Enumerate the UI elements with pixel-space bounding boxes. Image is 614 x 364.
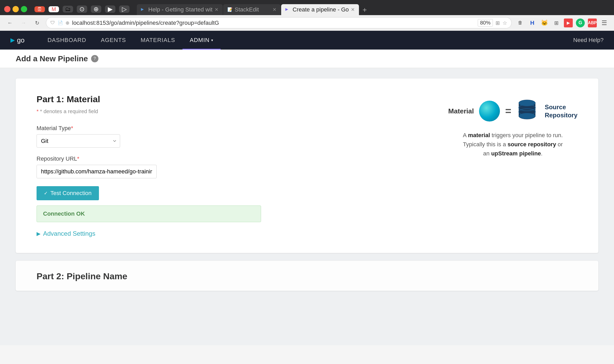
page-title: Add a New Pipeline [16,54,88,63]
nav-materials[interactable]: MATERIALS [133,31,182,50]
browser-chrome: 🗓 M 🗂 ⊙ ⊕ ▶ ▷ ▶ Help - Getting Started w… [0,0,614,31]
page-help-icon[interactable]: ? [91,55,98,62]
repo-url-group: Repository URL* [37,155,433,178]
repo-url-label: Repository URL* [37,155,433,162]
nav-agents[interactable]: AGENTS [93,31,133,50]
extension-cat-icon[interactable]: 🐱 [540,19,549,27]
help-tab-label: Help - Getting Started wit [148,6,212,13]
github2-icon[interactable]: ⊕ [91,5,101,13]
database-icon [517,99,538,123]
stackedit-tab-label: StackEdit [235,6,270,13]
grid-icon: ⊞ [495,20,500,26]
nav-admin-label: ADMIN [190,37,210,44]
card-info-panel: Material = Source [448,94,577,158]
browser-toolbar-icons: 🗓 M 🗂 ⊙ ⊕ ▶ ▷ [34,5,129,13]
help-tab-favicon: ▶ [141,7,146,12]
page-content: Part 1: Material * * denotes a required … [0,68,614,345]
reload-button[interactable]: ↻ [32,18,42,28]
source-repository-label: Source Repository [545,103,577,119]
play-icon[interactable]: ▶ [105,5,115,13]
nav-dashboard[interactable]: DASHBOARD [40,31,93,50]
page-header: Add a New Pipeline ? [0,50,614,68]
forward-button[interactable]: → [19,18,28,28]
material-type-label-text: Material Type [37,125,71,131]
grammarly-icon[interactable]: G [576,19,585,27]
material-type-label: Material Type* [37,125,433,132]
info-diagram: Material = Source [448,99,577,123]
tab-create-pipeline[interactable]: ▶ Create a pipeline - Go ✕ [281,4,359,15]
extension-h-icon[interactable]: H [528,19,537,27]
test-connection-label: Test Connection [50,190,92,197]
calendar-icon[interactable]: 🗂 [63,6,73,13]
page-icon: 📄 [58,20,63,25]
equals-sign: = [505,105,511,117]
gmail-icon[interactable]: M [49,6,59,12]
close-button[interactable] [4,6,10,12]
address-text: localhost:8153/go/admin/pipelines/create… [72,20,475,26]
nav-admin[interactable]: ADMIN ▾ [182,31,221,50]
material-type-select[interactable]: Git Subversion Mercurial Perforce TFS De… [37,134,120,148]
menu-icon[interactable]: ☰ [600,19,609,27]
material-type-required: * [71,125,73,131]
repo-url-label-text: Repository URL [37,155,77,162]
material-bold: material [468,132,490,138]
address-bar[interactable]: 🛡 📄 ⊕ localhost:8153/go/admin/pipelines/… [46,17,512,28]
part1-heading: Part 1: Material [37,94,433,104]
info-description: A material triggers your pipeline to run… [448,131,577,158]
check-icon: ✓ [44,190,48,196]
todo-app-icon[interactable]: 🗓 [34,6,45,12]
shield-icon: 🛡 [50,20,55,26]
test-connection-button[interactable]: ✓ Test Connection [37,186,99,200]
card-form: Part 1: Material * * denotes a required … [37,94,433,237]
card-layout: Part 1: Material * * denotes a required … [37,94,577,237]
stackedit-tab-close[interactable]: ✕ [273,7,276,13]
stackedit-tab-favicon: 📝 [227,7,233,12]
source-repo-bold: source repository [507,141,556,148]
github-icon[interactable]: ⊙ [77,5,87,13]
need-help-link[interactable]: Need Help? [573,37,604,44]
app-header: ▶ go DASHBOARD AGENTS MATERIALS ADMIN ▾ … [0,31,614,50]
back-button[interactable]: ← [5,18,15,28]
create-pipeline-tab-label: Create a pipeline - Go [293,6,349,13]
repo-url-input[interactable] [37,165,157,178]
advanced-settings-toggle[interactable]: ▶ Advanced Settings [37,230,433,237]
advanced-settings-arrow-icon: ▶ [37,230,40,237]
required-note: * * denotes a required field [37,108,433,114]
nav-right-icons: 🗑 H 🐱 ⊞ ▶ G ABP ☰ [516,19,609,27]
tab-help[interactable]: ▶ Help - Getting Started wit ✕ [137,4,223,15]
go-logo-icon: ▶ [10,37,15,44]
play2-icon[interactable]: ▷ [119,5,129,13]
repo-url-required: * [77,155,79,162]
upstream-pipeline-bold: upStream pipeline [491,150,541,157]
minimize-button[interactable] [13,6,19,12]
required-note-text: * denotes a required field [40,108,98,114]
tabs-bar: ▶ Help - Getting Started wit ✕ 📝 StackEd… [137,4,610,15]
admin-dropdown-arrow: ▾ [211,38,213,42]
tab-stackedit[interactable]: 📝 StackEdit ✕ [223,4,281,15]
material-sphere-icon [479,101,500,122]
create-pipeline-tab-close[interactable]: ✕ [351,7,355,13]
app-nav: DASHBOARD AGENTS MATERIALS ADMIN ▾ [40,31,221,50]
lock-icon: ⊕ [66,20,69,26]
gocd-app: ▶ go DASHBOARD AGENTS MATERIALS ADMIN ▾ … [0,31,614,345]
app-logo-text: go [17,36,25,44]
new-tab-button[interactable]: + [359,5,370,15]
adblock-icon[interactable]: ABP [588,19,597,27]
app-logo[interactable]: ▶ go [10,36,25,44]
extensions-icon[interactable]: ⊞ [552,19,561,27]
pocket-icon[interactable]: 🗑 [516,19,525,27]
zoom-badge: 80% [478,19,493,27]
part2-heading: Part 2: Pipeline Name [37,271,577,281]
fullscreen-button[interactable] [21,6,27,12]
traffic-lights [4,6,27,12]
title-bar: 🗓 M 🗂 ⊙ ⊕ ▶ ▷ ▶ Help - Getting Started w… [0,0,614,15]
star-icon: ☆ [503,20,507,26]
create-pipeline-tab-favicon: ▶ [285,7,291,12]
advanced-settings-label: Advanced Settings [43,230,95,237]
help-tab-close[interactable]: ✕ [215,7,219,13]
youtube-icon[interactable]: ▶ [564,19,573,27]
part2-card: Part 2: Pipeline Name [16,261,598,291]
part1-card: Part 1: Material * * denotes a required … [16,78,598,253]
material-diagram-label: Material [448,107,474,115]
connection-status: Connection OK [37,205,261,222]
